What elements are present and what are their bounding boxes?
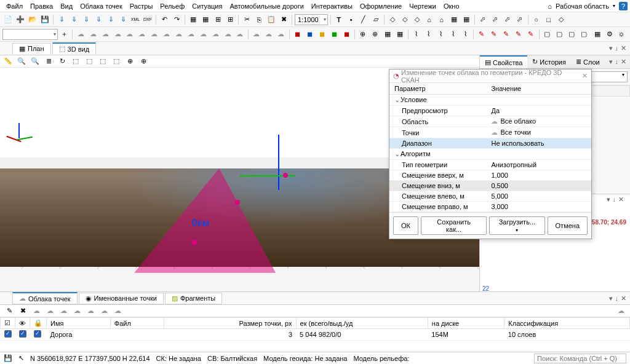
dlg-points-v[interactable]: ☁ Все точки xyxy=(486,127,591,138)
tb-cut[interactable]: ✂ xyxy=(241,14,252,25)
tb-add[interactable]: ➕ xyxy=(15,14,26,25)
vp-ruler[interactable]: 📏 xyxy=(2,56,14,67)
chevron-down-icon[interactable]: ▾ xyxy=(613,3,615,9)
tb-misc-e[interactable]: ⌂ xyxy=(436,14,447,25)
bt-6[interactable]: ☁ xyxy=(71,306,82,317)
tb-poly[interactable]: ▱ xyxy=(370,14,381,25)
tb-misc-2[interactable]: ▢ xyxy=(554,29,565,40)
tb-misc-g[interactable]: ▦ xyxy=(461,14,472,25)
tb-draw-2[interactable]: □ xyxy=(543,14,554,25)
tb-road-2[interactable]: ⬀ xyxy=(490,14,501,25)
tb-l2[interactable]: ⌇ xyxy=(423,29,434,40)
dlg-geomtype-v[interactable]: Анизотропный xyxy=(486,160,591,170)
close-icon[interactable]: ✕ xyxy=(621,44,626,52)
tb-road-1[interactable]: ⬀ xyxy=(477,14,488,25)
tb-cloud-10[interactable]: ☁ xyxy=(185,29,196,40)
tb-road-4[interactable]: ⬀ xyxy=(514,14,525,25)
vp-layers[interactable]: ≣ xyxy=(43,56,54,67)
tab-clouds[interactable]: ☁Облака точек xyxy=(12,292,78,304)
tb-cloud-9[interactable]: ☁ xyxy=(173,29,185,40)
dlg-offright-v[interactable]: 3,000 xyxy=(486,202,591,212)
menu-design[interactable]: Оформление xyxy=(356,1,405,11)
tb-point[interactable]: • xyxy=(346,14,357,25)
tb-cloud-1[interactable]: ☁ xyxy=(75,29,86,40)
tb-cloud-5[interactable]: ☁ xyxy=(124,29,135,40)
tb-misc-c[interactable]: ◇ xyxy=(412,14,423,25)
bt-8[interactable]: ☁ xyxy=(98,306,110,317)
marker-dot-2[interactable] xyxy=(235,200,240,205)
bt-2[interactable]: ✖ xyxy=(17,306,28,317)
tb-draw-a[interactable]: ✎ xyxy=(476,29,487,40)
tb-t4[interactable]: ⊞ xyxy=(225,14,236,25)
tb-paste[interactable]: 📋 xyxy=(266,14,277,25)
tb-undo[interactable]: ↶ xyxy=(159,14,170,25)
dlg-range-v[interactable]: Не использовать xyxy=(486,138,591,149)
tb-t3[interactable]: ⊞ xyxy=(212,14,223,25)
rl-pin[interactable]: ↓ xyxy=(613,196,616,204)
rl-min[interactable]: ▾ xyxy=(607,196,610,204)
dialog-ok-button[interactable]: ОК xyxy=(393,216,418,235)
table-row[interactable]: Дорога 3 5 044 982/0/0 154M 10 слоев xyxy=(1,329,630,341)
status-save-icon[interactable]: 💾 xyxy=(4,354,12,362)
menu-rasters[interactable]: Растры xyxy=(126,1,157,11)
tb-delete[interactable]: ✖ xyxy=(278,14,289,25)
tb-draw-1[interactable]: ○ xyxy=(531,14,542,25)
dlg-offleft-v[interactable]: 5,000 xyxy=(486,191,591,202)
pin-p[interactable]: ↓ xyxy=(615,44,619,52)
tb-cloud-17[interactable]: ☁ xyxy=(276,29,287,40)
row-lock[interactable] xyxy=(34,330,41,338)
marker-dot-1[interactable] xyxy=(283,173,288,178)
status-cursor-icon[interactable]: ↖ xyxy=(18,354,24,362)
tab-layers[interactable]: ≣Слои xyxy=(571,55,605,68)
tb-draw-c[interactable]: ✎ xyxy=(501,29,512,40)
tb-misc-f[interactable]: ▦ xyxy=(449,14,460,25)
bt-pin[interactable]: ↓ xyxy=(615,295,619,303)
tb-dxf[interactable]: DXF xyxy=(142,14,153,25)
menu-window[interactable]: Окно xyxy=(440,1,463,11)
tb-flag-5[interactable]: ◼ xyxy=(341,29,352,40)
menu-situation[interactable]: Ситуация xyxy=(188,1,226,11)
tb-misc-1[interactable]: ▢ xyxy=(542,29,553,40)
tb-t1[interactable]: ▦ xyxy=(188,14,199,25)
home-icon[interactable]: ⌂ xyxy=(548,2,552,10)
workspace-label[interactable]: Рабочая область xyxy=(556,2,609,10)
tb-cloud-11[interactable]: ☁ xyxy=(197,29,209,40)
tb-xml[interactable]: XML xyxy=(130,14,141,25)
tb-cloud-15[interactable]: ☁ xyxy=(251,29,262,40)
tb-import-3[interactable]: ⇓ xyxy=(81,14,92,25)
help-icon[interactable]: ? xyxy=(619,2,628,10)
tb-cloud-3[interactable]: ☁ xyxy=(100,29,111,40)
dialog-close-icon[interactable]: ✕ xyxy=(582,72,588,80)
tab-3dview[interactable]: ⬚3D вид xyxy=(52,42,97,54)
tb-cloud-4[interactable]: ☁ xyxy=(112,29,123,40)
dlg-area-v[interactable]: ☁ Все облако xyxy=(486,116,591,127)
dlg-group-alg[interactable]: ⌄Алгоритм xyxy=(389,149,591,160)
vp-mode1[interactable]: ⬚ xyxy=(70,56,81,67)
bt-1[interactable]: ✎ xyxy=(4,306,15,317)
tb-cloud-6[interactable]: ☁ xyxy=(137,29,148,40)
tb-misc-3[interactable]: ▢ xyxy=(566,29,577,40)
tb-l1[interactable]: ⌇ xyxy=(411,29,422,40)
menu-relief[interactable]: Рельеф xyxy=(156,1,188,11)
menu-file[interactable]: Файл xyxy=(2,1,26,11)
tab-history[interactable]: ↻История xyxy=(527,55,571,68)
tb-copy[interactable]: ⎘ xyxy=(253,14,265,25)
tb-open[interactable]: 📂 xyxy=(27,14,38,25)
tb-import-6[interactable]: ⇓ xyxy=(118,14,129,25)
bt-7[interactable]: ☁ xyxy=(85,306,96,317)
bt-4[interactable]: ☁ xyxy=(44,306,55,317)
rl-close[interactable]: ✕ xyxy=(618,196,624,204)
tb-draw-3[interactable]: ◇ xyxy=(556,14,567,25)
vp-mode2[interactable]: ⬚ xyxy=(84,56,95,67)
tab-fragments[interactable]: ▨Фрагменты xyxy=(165,293,222,304)
dlg-group-cond[interactable]: ⌄Условие xyxy=(389,95,591,106)
tb-r3[interactable]: ⛭ xyxy=(616,29,628,40)
bt-close[interactable]: ✕ xyxy=(621,295,626,303)
vp-zoom-out[interactable]: 🔍 xyxy=(30,56,41,67)
tb-cloud-13[interactable]: ☁ xyxy=(222,29,233,40)
dialog-saveas-button[interactable]: Сохранить как... xyxy=(421,216,487,235)
tb-flag-3[interactable]: ◼ xyxy=(316,29,327,40)
tb-l4[interactable]: ⌇ xyxy=(447,29,458,40)
menu-roads[interactable]: Автомобильные дороги xyxy=(226,1,307,11)
menu-interactives[interactable]: Интерактивы xyxy=(308,1,356,11)
